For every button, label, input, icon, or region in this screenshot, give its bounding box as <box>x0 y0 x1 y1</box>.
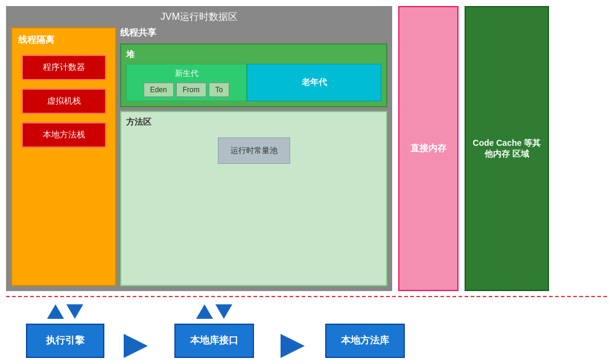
new-gen-area: 新生代 Eden From To <box>126 64 247 101</box>
eden-box: Eden <box>144 83 174 97</box>
jvm-inner: 线程隔离 程序计数器 虚拟机栈 本地方法栈 线程共享 堆 新生代 Ed <box>11 27 387 286</box>
bottom-section: 执行引擎 本地库接口 本地方法库 <box>6 296 607 358</box>
jvm-title: JVM运行时数据区 <box>11 11 387 24</box>
arrow-between-1 <box>118 319 154 358</box>
to-box: To <box>209 83 230 97</box>
native-method-stack-box: 本地方法栈 <box>22 122 106 148</box>
exec-engine-box: 执行引擎 <box>26 324 104 358</box>
new-gen-label: 新生代 <box>175 68 199 79</box>
heap-inner: 新生代 Eden From To 老年代 <box>126 64 381 101</box>
thread-shared-title: 线程共享 <box>120 27 387 39</box>
native-lib-box: 本地方法库 <box>325 324 405 358</box>
native-lib-interface-box: 本地库接口 <box>174 324 254 358</box>
thread-shared-area: 线程共享 堆 新生代 Eden From To <box>120 27 387 286</box>
down-arrow-lib <box>215 304 232 319</box>
heap-area: 堆 新生代 Eden From To <box>120 43 387 107</box>
exec-engine-col: 执行引擎 <box>12 304 118 358</box>
direct-memory-area: 直接内存 <box>398 6 459 291</box>
method-area-title: 方法区 <box>126 117 381 128</box>
jvm-area: JVM运行时数据区 线程隔离 程序计数器 虚拟机栈 本地方法栈 线程共享 堆 <box>6 6 392 291</box>
code-cache-label: Code Cache 等其他内存 区域 <box>472 138 542 160</box>
from-box: From <box>176 83 206 97</box>
native-lib-col: 本地方法库 <box>311 300 419 358</box>
code-cache-area: Code Cache 等其他内存 区域 <box>465 6 549 291</box>
program-counter-box: 程序计数器 <box>22 55 106 80</box>
top-section: JVM运行时数据区 线程隔离 程序计数器 虚拟机栈 本地方法栈 线程共享 堆 <box>6 6 607 291</box>
thread-isolated-area: 线程隔离 程序计数器 虚拟机栈 本地方法栈 <box>11 27 116 286</box>
lib-arrows <box>196 304 232 319</box>
up-arrow-exec <box>47 304 64 319</box>
right-arrow-icon-2 <box>281 334 305 358</box>
runtime-pool-box: 运行时常量池 <box>218 137 290 164</box>
native-lib-interface-col: 本地库接口 <box>154 304 275 358</box>
up-arrow-lib <box>196 304 213 319</box>
arrow-between-2 <box>275 319 311 358</box>
old-gen-area: 老年代 <box>247 64 381 101</box>
exec-arrows <box>47 304 83 319</box>
thread-isolated-title: 线程隔离 <box>18 34 54 46</box>
method-area: 方法区 运行时常量池 <box>120 111 387 286</box>
new-gen-boxes: Eden From To <box>144 83 230 97</box>
down-arrow-exec <box>66 304 83 319</box>
heap-title: 堆 <box>126 49 381 60</box>
old-gen-label: 老年代 <box>302 77 327 88</box>
direct-memory-label: 直接内存 <box>410 143 446 154</box>
right-arrow-icon-1 <box>124 334 148 358</box>
vm-stack-box: 虚拟机栈 <box>22 89 106 114</box>
